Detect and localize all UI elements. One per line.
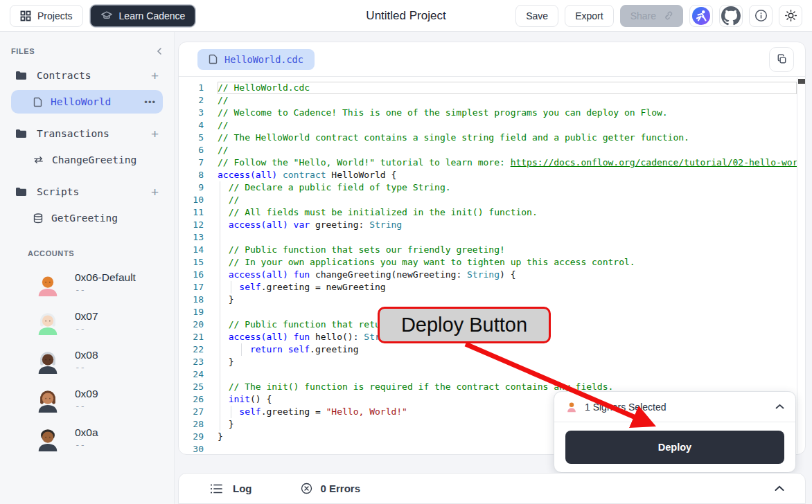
sidebar-folder-transactions[interactable]: Transactions + (11, 123, 163, 144)
account-balance: -- (75, 285, 136, 295)
account-balance: -- (75, 440, 98, 450)
code-line[interactable]: 8access(all) contract HelloWorld { (179, 169, 797, 181)
signers-selected-text: 1 Signers Selected (585, 402, 667, 413)
copy-icon (776, 53, 788, 65)
code-line[interactable]: 9 // Declare a public field of type Stri… (179, 181, 797, 194)
code-line[interactable]: 15 // In your own applications you may w… (179, 256, 797, 269)
editor-scrollbar[interactable] (797, 78, 804, 453)
theme-toggle-button[interactable] (779, 5, 802, 27)
line-number: 21 (179, 331, 204, 343)
scrollbar-thumb[interactable] (798, 79, 805, 84)
account-address: 0x0a (75, 426, 98, 439)
github-button[interactable] (719, 5, 743, 27)
flow-community-button[interactable] (689, 5, 713, 27)
add-transaction-button[interactable]: + (151, 127, 159, 141)
avatar (35, 348, 61, 374)
code-line[interactable]: 16 access(all) fun changeGreeting(newGre… (179, 269, 797, 281)
collapse-sidebar-icon[interactable] (156, 47, 163, 55)
sidebar-item-getgreeting[interactable]: GetGreeting (11, 206, 163, 230)
account-balance: -- (75, 401, 98, 411)
save-button[interactable]: Save (515, 5, 558, 27)
code-link[interactable]: https://docs.onflow.org/cadence/tutorial… (511, 157, 797, 168)
line-number: 10 (179, 194, 204, 206)
code-line[interactable]: 17 self.greeting = newGreeting (179, 281, 797, 294)
file-icon (33, 97, 42, 107)
sidebar-item-changegreeting[interactable]: ChangeGreeting (11, 148, 163, 172)
add-contract-button[interactable]: + (151, 69, 159, 82)
export-button[interactable]: Export (565, 5, 613, 27)
account-balance: -- (75, 362, 98, 372)
log-bar[interactable]: Log 0 Errors (178, 473, 806, 504)
file-menu-button[interactable]: ••• (144, 97, 156, 107)
accounts-section-header: ACCOUNTS (11, 249, 163, 258)
code-line[interactable]: 7// Follow the "Hello, World!" tutorial … (179, 156, 797, 169)
code-line[interactable]: 4// (179, 119, 797, 132)
account-row[interactable]: 0x08 -- (11, 348, 163, 374)
projects-button[interactable]: Projects (10, 5, 83, 27)
files-section-header: FILES (11, 47, 163, 55)
info-button[interactable] (749, 5, 773, 27)
sidebar-folder-scripts[interactable]: Scripts + (11, 181, 163, 202)
sidebar-folder-contracts[interactable]: Contracts + (11, 65, 163, 86)
line-number: 4 (179, 119, 204, 132)
database-icon (33, 213, 43, 224)
copy-code-button[interactable] (769, 47, 794, 72)
add-script-button[interactable]: + (151, 186, 159, 199)
signer-avatar-icon (565, 401, 578, 413)
account-balance: -- (75, 323, 98, 334)
code-line[interactable]: 13 (179, 231, 797, 244)
code-line[interactable]: 6// (179, 144, 797, 156)
account-row[interactable]: 0x0a -- (11, 425, 163, 451)
account-address: 0x06-Default (75, 271, 136, 284)
line-number: 30 (179, 443, 204, 453)
line-number: 20 (179, 318, 204, 331)
code-line[interactable]: 1// HelloWorld.cdc (179, 82, 797, 94)
deploy-button[interactable]: Deploy (565, 431, 784, 464)
account-address: 0x07 (75, 310, 98, 323)
code-line[interactable]: 24 (179, 368, 797, 381)
error-circle-icon (301, 483, 312, 494)
exchange-arrows-icon (33, 156, 44, 164)
errors-status: 0 Errors (301, 483, 361, 494)
code-line[interactable]: 14 // Public function that sets our frie… (179, 244, 797, 256)
code-line[interactable]: 10 // (179, 194, 797, 206)
line-number: 1 (179, 82, 204, 94)
line-number: 19 (179, 306, 204, 318)
line-number: 14 (179, 244, 204, 256)
account-row[interactable]: 0x07 -- (11, 309, 163, 335)
line-number: 6 (179, 144, 204, 156)
code-line[interactable]: 3// Welcome to Cadence! This is one of t… (179, 107, 797, 119)
code-line[interactable]: 22 return self.greeting (179, 343, 797, 356)
tab-helloworld-cdc[interactable]: HelloWorld.cdc (197, 49, 315, 70)
signers-header[interactable]: 1 Signers Selected (554, 392, 795, 422)
log-label: Log (233, 483, 252, 494)
account-row[interactable]: 0x06-Default -- (11, 270, 163, 296)
line-number: 15 (179, 256, 204, 269)
code-line[interactable]: 2// (179, 94, 797, 107)
line-number: 24 (179, 368, 204, 381)
folder-icon (15, 187, 27, 197)
code-line[interactable]: 12 access(all) var greeting: String (179, 219, 797, 231)
line-number: 16 (179, 269, 204, 281)
chevron-up-icon[interactable] (775, 404, 784, 410)
code-line[interactable]: 5// The HelloWorld contract contains a s… (179, 132, 797, 144)
deploy-panel: 1 Signers Selected Deploy (554, 392, 795, 472)
account-address: 0x08 (75, 349, 98, 361)
share-button[interactable]: Share (620, 5, 683, 27)
errors-count: 0 Errors (321, 483, 361, 494)
log-expand-chevron[interactable] (775, 485, 784, 492)
account-address: 0x09 (75, 388, 98, 400)
learn-cadence-button[interactable]: Learn Cadence (90, 5, 196, 27)
sidebar: FILES Contracts + HelloWorld ••• Transac… (0, 32, 175, 504)
line-number: 7 (179, 156, 204, 169)
grid-icon (20, 10, 31, 21)
code-line[interactable]: 23 } (179, 356, 797, 368)
line-number: 8 (179, 169, 204, 181)
account-row[interactable]: 0x09 -- (11, 386, 163, 413)
line-number: 26 (179, 393, 204, 406)
editor-header: HelloWorld.cdc (179, 42, 805, 77)
sidebar-item-helloworld[interactable]: HelloWorld ••• (11, 90, 163, 114)
code-line[interactable]: 11 // All fields must be initialized in … (179, 206, 797, 219)
code-line[interactable]: 18 } (179, 294, 797, 306)
accounts-list: 0x06-Default -- 0x07 -- (11, 270, 163, 451)
